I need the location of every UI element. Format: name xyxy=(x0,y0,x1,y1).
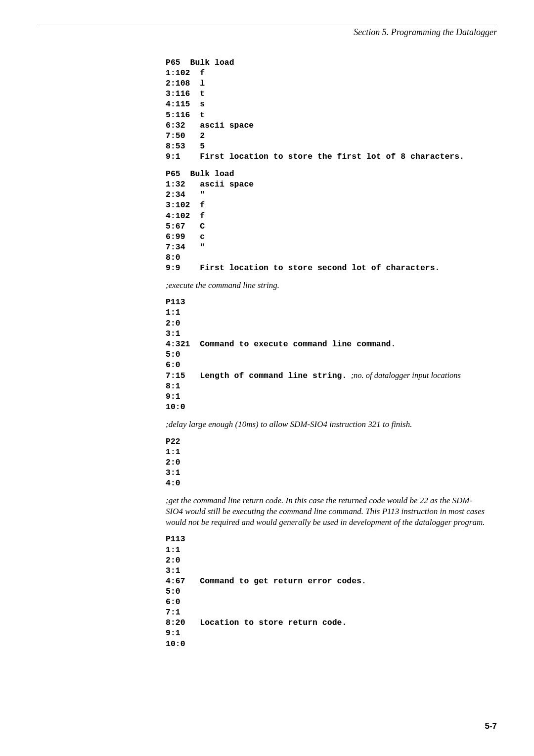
code-line: 9:1 First location to store the first lo… xyxy=(166,152,464,161)
code-line: 7:1 xyxy=(166,608,180,617)
code-line: 9:1 xyxy=(166,392,180,401)
header-section-title: Section 5. Programming the Datalogger xyxy=(37,27,497,38)
code-line: 4:0 xyxy=(166,478,180,488)
page-number: 5-7 xyxy=(485,721,497,731)
code-line: 4:115 s xyxy=(166,99,205,109)
code-line: 3:1 xyxy=(166,329,180,338)
code-line: P113 xyxy=(166,297,185,307)
code-line: 3:1 xyxy=(166,468,180,477)
code-line: 3:116 t xyxy=(166,89,205,98)
code-line: 2:0 xyxy=(166,319,180,328)
code-line: 1:1 xyxy=(166,545,180,555)
code-line: 10:0 xyxy=(166,639,185,649)
code-line: 7:50 2 xyxy=(166,131,205,141)
code-line: P65 Bulk load xyxy=(166,169,234,179)
code-line: 8:20 Location to store return code. xyxy=(166,618,347,627)
code-line: 4:67 Command to get return error codes. xyxy=(166,576,366,586)
code-block-2: P65 Bulk load 1:32 ascii space 2:34 " 3:… xyxy=(166,169,487,273)
code-line: 2:34 " xyxy=(166,190,205,199)
code-line: 4:102 f xyxy=(166,211,205,221)
code-line: 8:0 xyxy=(166,253,180,262)
code-line: 7:34 " xyxy=(166,242,205,252)
code-line: 9:1 xyxy=(166,628,180,638)
code-line: 5:67 C xyxy=(166,222,205,231)
code-line: 8:53 5 xyxy=(166,142,205,151)
comment-1: ;execute the command line string. xyxy=(166,280,487,291)
code-line: 8:1 xyxy=(166,381,180,391)
code-line: 3:1 xyxy=(166,566,180,575)
code-block-1: P65 Bulk load 1:102 f 2:108 l 3:116 t 4:… xyxy=(166,57,487,162)
code-line: 7:15 Length of command line string. xyxy=(166,371,347,380)
code-line: 1:1 xyxy=(166,447,180,457)
code-line: 6:99 c xyxy=(166,232,205,241)
code-line: 5:0 xyxy=(166,350,180,359)
code-line: 5:116 t xyxy=(166,110,205,120)
header-rule xyxy=(37,25,497,25)
code-line: P113 xyxy=(166,534,185,544)
code-line: 1:102 f xyxy=(166,68,205,78)
code-line: 9:9 First location to store second lot o… xyxy=(166,263,440,273)
code-line: 4:321 Command to execute command line co… xyxy=(166,339,396,349)
code-line: 3:102 f xyxy=(166,200,205,210)
code-line: P65 Bulk load xyxy=(166,58,234,67)
code-line: 1:1 xyxy=(166,308,180,317)
code-block-4: P22 1:1 2:0 3:1 4:0 xyxy=(166,436,487,489)
code-line: 6:0 xyxy=(166,597,180,607)
code-line: 2:0 xyxy=(166,556,180,565)
main-content: P65 Bulk load 1:102 f 2:108 l 3:116 t 4:… xyxy=(166,57,487,649)
comment-2: ;delay large enough (10ms) to allow SDM-… xyxy=(166,419,487,430)
code-line: 2:0 xyxy=(166,458,180,467)
code-line: 2:108 l xyxy=(166,79,205,88)
code-block-5: P113 1:1 2:0 3:1 4:67 Command to get ret… xyxy=(166,534,487,649)
code-line: 6:32 ascii space xyxy=(166,121,254,130)
inline-comment: ;no. of datalogger input locations xyxy=(347,371,461,380)
code-line: P22 xyxy=(166,437,180,446)
code-line: 10:0 xyxy=(166,402,185,412)
code-line: 5:0 xyxy=(166,587,180,596)
code-line: 6:0 xyxy=(166,360,180,370)
code-line: 1:32 ascii space xyxy=(166,180,254,189)
comment-3: ;get the command line return code. In th… xyxy=(166,495,487,528)
code-block-3: P113 1:1 2:0 3:1 4:321 Command to execut… xyxy=(166,297,487,412)
